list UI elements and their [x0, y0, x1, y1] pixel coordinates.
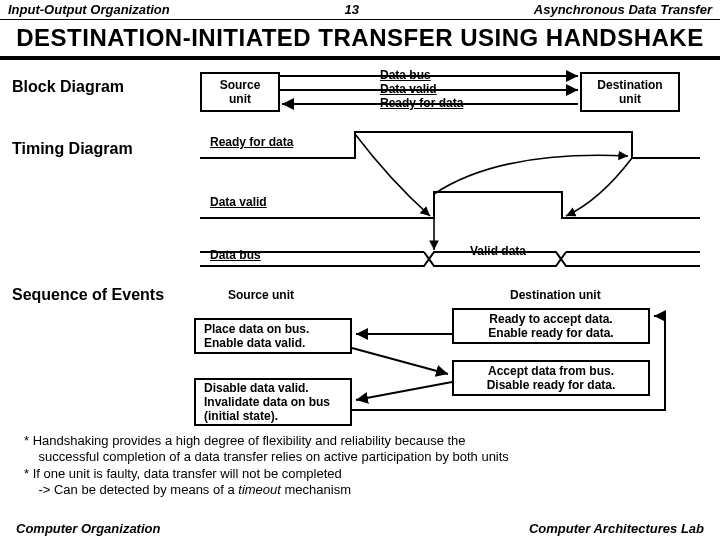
slide-title: DESTINATION-INITIATED TRANSFER USING HAN… — [0, 20, 720, 60]
timing-waveforms — [200, 120, 700, 270]
source-unit-box: Source unit — [200, 72, 280, 112]
section-block-diagram: Block Diagram — [12, 78, 124, 96]
block-arrows — [278, 70, 583, 112]
footer-right: Computer Architectures Lab — [529, 521, 704, 536]
footer-left: Computer Organization — [16, 521, 160, 536]
section-sequence: Sequence of Events — [12, 286, 164, 304]
note-1a: * Handshaking provides a high degree of … — [24, 433, 694, 449]
destination-unit-box: Destination unit — [580, 72, 680, 112]
header-right: Asynchronous Data Transfer — [534, 2, 712, 17]
header-center: 13 — [345, 2, 359, 17]
sequence-arrows — [190, 300, 670, 430]
svg-line-6 — [352, 348, 448, 374]
note-2: * If one unit is faulty, data transfer w… — [24, 466, 694, 482]
note-1b: successful completion of a data transfer… — [24, 449, 694, 465]
slide-footer: Computer Organization Computer Architect… — [0, 521, 720, 536]
header-left: Input-Output Organization — [8, 2, 170, 17]
slide-header: Input-Output Organization 13 Asynchronou… — [0, 0, 720, 20]
section-timing-diagram: Timing Diagram — [12, 140, 133, 158]
note-3: -> Can be detected by means of a timeout… — [24, 482, 694, 498]
svg-line-7 — [356, 382, 452, 400]
notes: * Handshaking provides a high degree of … — [24, 433, 694, 498]
